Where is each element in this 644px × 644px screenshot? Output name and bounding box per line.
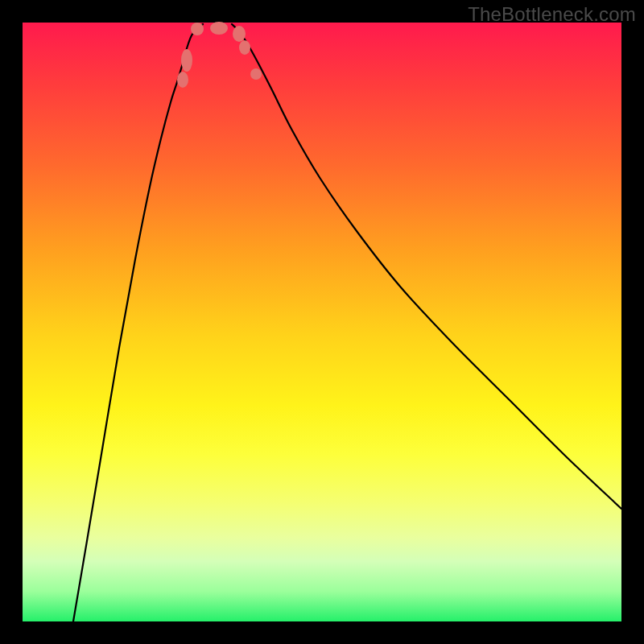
- marker-dot-0: [177, 72, 188, 88]
- marker-dot-6: [250, 68, 262, 80]
- chart-frame: TheBottleneck.com: [0, 0, 644, 644]
- series-right-curve: [232, 24, 621, 509]
- series-left-curve: [73, 24, 203, 621]
- marker-dot-4: [233, 26, 246, 42]
- marker-dot-3: [210, 22, 228, 35]
- marker-dot-5: [239, 40, 250, 55]
- marker-dot-1: [181, 49, 192, 72]
- marker-dot-2: [191, 23, 204, 35]
- watermark-text: TheBottleneck.com: [468, 3, 636, 26]
- series-group: [73, 24, 621, 621]
- markers-group: [177, 22, 262, 88]
- plot-area: [23, 23, 621, 621]
- chart-svg: [23, 23, 621, 621]
